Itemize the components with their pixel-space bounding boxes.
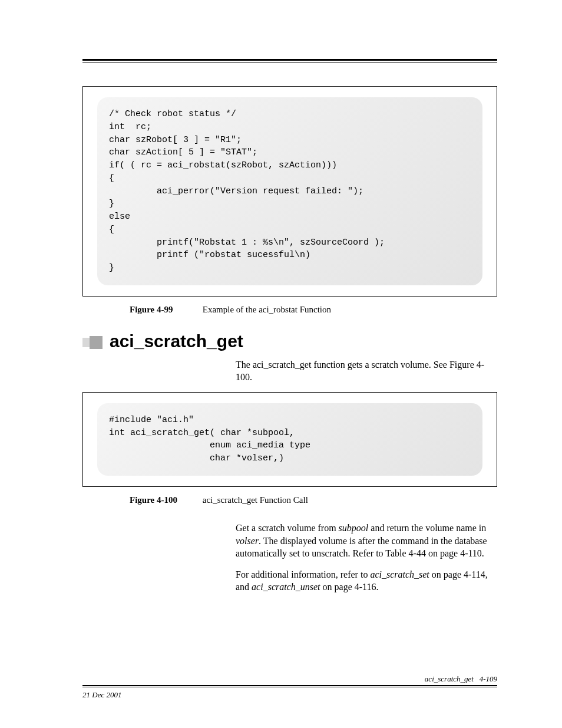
intro-paragraph: The aci_scratch_get function gets a scra… [236, 358, 497, 384]
figure-99-text: Example of the aci_robstat Function [203, 305, 331, 314]
figure-99-number: Figure 4-99 [130, 305, 200, 315]
footer-page-number: 4-109 [480, 674, 497, 683]
footer-section: aci_scratch_get [425, 674, 474, 683]
top-rule [82, 59, 497, 62]
figure-100-number: Figure 4-100 [130, 495, 200, 505]
code-box-2: #include "aci.h" int aci_scratch_get( ch… [82, 392, 497, 487]
paragraph-3: For additional information, refer to aci… [236, 568, 497, 594]
code-box-1: /* Check robot status */ int rc; char sz… [82, 86, 497, 297]
code-block-robstat: /* Check robot status */ int rc; char sz… [97, 97, 482, 285]
section-heading: aci_scratch_get [82, 331, 497, 351]
code-block-scratch-get: #include "aci.h" int aci_scratch_get( ch… [97, 403, 482, 476]
heading-text: aci_scratch_get [110, 331, 243, 351]
paragraph-2: Get a scratch volume from subpool and re… [236, 522, 497, 560]
heading-marker-icon [82, 331, 103, 351]
figure-100-text: aci_scratch_get Function Call [203, 495, 308, 505]
figure-99-caption: Figure 4-99 Example of the aci_robstat F… [130, 305, 497, 315]
footer-date: 21 Dec 2001 [82, 690, 121, 700]
figure-100-caption: Figure 4-100 aci_scratch_get Function Ca… [130, 495, 497, 505]
footer-rule [82, 685, 497, 688]
page-footer: aci_scratch_get 4-109 21 Dec 2001 [82, 673, 497, 700]
